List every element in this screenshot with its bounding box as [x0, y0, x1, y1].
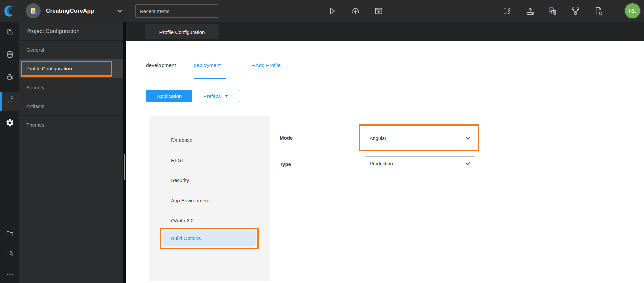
checklist-icon[interactable]	[502, 6, 512, 16]
orchestration-icon[interactable]	[5, 95, 14, 104]
prefabs-caret-down-icon	[225, 95, 229, 97]
type-label: Type	[280, 161, 291, 167]
rail-active-indicator	[0, 92, 2, 111]
pages-icon[interactable]	[5, 27, 14, 37]
sidebar-item-artifacts[interactable]: Artifacts	[19, 97, 123, 116]
more-options-icon[interactable]	[5, 273, 14, 276]
sidebar-item-profile-configuration[interactable]: Profile Configuration	[19, 59, 123, 78]
add-profile-button[interactable]: +Add Profile	[252, 62, 281, 68]
nav-item-oauth[interactable]: OAuth 2.0	[171, 218, 194, 223]
scope-toggle: Application Prefabs	[146, 90, 240, 102]
nav-item-security[interactable]: Security	[171, 177, 189, 183]
nav-item-build-options[interactable]: Build Options	[163, 231, 256, 246]
vcs-branch-icon[interactable]	[570, 6, 581, 16]
nav-item-database[interactable]: Database	[171, 137, 192, 143]
topbar: CreatingCoreApp	[0, 0, 644, 22]
project-name[interactable]: CreatingCoreApp	[46, 0, 94, 22]
tabs-divider	[245, 63, 245, 73]
project-switcher-chevron-down-icon[interactable]	[116, 8, 123, 14]
wavemaker-studio-window: CreatingCoreApp	[0, 0, 644, 283]
mode-select-chevron-down-icon	[465, 137, 470, 140]
mode-select[interactable]: Angular	[365, 131, 475, 146]
settings-nav-panel: Database REST Security App Environment O…	[149, 116, 270, 281]
wavemaker-logo-icon	[2, 4, 16, 18]
java-services-icon[interactable]	[5, 72, 14, 81]
project-configuration-sidebar: Project Configuration General Profile Co…	[19, 22, 123, 283]
mode-label: Mode	[280, 135, 293, 141]
translate-language-icon[interactable]: A	[547, 6, 557, 16]
type-select[interactable]: Production	[365, 156, 475, 171]
sidebar-scrollbar-thumb[interactable]	[124, 154, 125, 180]
sidebar-scroll-track	[123, 22, 126, 283]
file-sync-icon[interactable]	[594, 6, 604, 16]
tab-profile-configuration[interactable]: Profile Configuration	[145, 24, 219, 39]
build-options-card: Database REST Security App Environment O…	[149, 116, 630, 281]
sidebar-item-general[interactable]: General	[19, 41, 123, 59]
sidebar-title: Project Configuration	[19, 22, 123, 41]
application-toggle-button[interactable]: Application	[146, 90, 192, 102]
prefabs-label: Prefabs	[203, 93, 221, 99]
deploy-cloud-upload-icon[interactable]	[350, 6, 360, 16]
type-select-chevron-down-icon	[465, 162, 470, 165]
file-explorer-folder-icon[interactable]	[5, 229, 14, 238]
active-tab-underline	[194, 78, 226, 79]
tab-development[interactable]: development	[146, 62, 176, 68]
database-icon[interactable]	[5, 50, 14, 59]
svg-text:LOG: LOG	[8, 253, 12, 256]
run-app-icon[interactable]	[327, 6, 337, 16]
app-logs-icon[interactable]: LOG	[5, 249, 14, 259]
user-avatar[interactable]: RL	[624, 2, 641, 19]
settings-gear-icon[interactable]	[5, 118, 14, 127]
mode-select-value: Angular	[370, 136, 386, 141]
type-select-value: Production	[370, 161, 393, 166]
tab-deployment[interactable]: deployment	[194, 62, 221, 68]
app-preview-window-icon[interactable]	[374, 6, 384, 16]
sidebar-item-security[interactable]: Security	[19, 78, 123, 97]
nav-item-rest[interactable]: REST	[171, 157, 184, 163]
prefabs-toggle-button[interactable]: Prefabs	[192, 90, 240, 102]
export-release-icon[interactable]	[525, 6, 535, 16]
nav-item-app-environment[interactable]: App Environment	[171, 197, 210, 203]
sidebar-item-themes[interactable]: Themes	[19, 116, 123, 134]
left-rail	[0, 22, 19, 283]
recent-items-input[interactable]	[135, 4, 218, 18]
project-avatar[interactable]	[26, 3, 41, 18]
